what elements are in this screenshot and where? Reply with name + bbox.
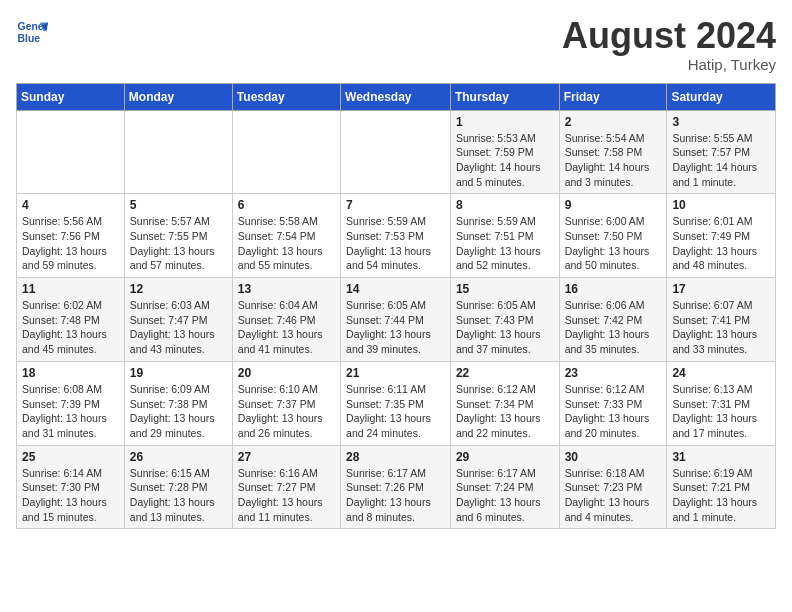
day-number: 15 — [456, 282, 554, 296]
day-header-tuesday: Tuesday — [232, 83, 340, 110]
day-info: Sunrise: 6:00 AM Sunset: 7:50 PM Dayligh… — [565, 214, 662, 273]
day-info: Sunrise: 6:14 AM Sunset: 7:30 PM Dayligh… — [22, 466, 119, 525]
week-row-5: 25Sunrise: 6:14 AM Sunset: 7:30 PM Dayli… — [17, 445, 776, 529]
day-info: Sunrise: 5:53 AM Sunset: 7:59 PM Dayligh… — [456, 131, 554, 190]
week-row-1: 1Sunrise: 5:53 AM Sunset: 7:59 PM Daylig… — [17, 110, 776, 194]
calendar-cell — [341, 110, 451, 194]
calendar-cell: 11Sunrise: 6:02 AM Sunset: 7:48 PM Dayli… — [17, 278, 125, 362]
day-number: 26 — [130, 450, 227, 464]
calendar-cell: 25Sunrise: 6:14 AM Sunset: 7:30 PM Dayli… — [17, 445, 125, 529]
day-number: 29 — [456, 450, 554, 464]
calendar-cell: 29Sunrise: 6:17 AM Sunset: 7:24 PM Dayli… — [450, 445, 559, 529]
day-number: 21 — [346, 366, 445, 380]
day-number: 22 — [456, 366, 554, 380]
calendar-cell: 28Sunrise: 6:17 AM Sunset: 7:26 PM Dayli… — [341, 445, 451, 529]
day-number: 9 — [565, 198, 662, 212]
day-number: 1 — [456, 115, 554, 129]
header-row: SundayMondayTuesdayWednesdayThursdayFrid… — [17, 83, 776, 110]
day-info: Sunrise: 5:57 AM Sunset: 7:55 PM Dayligh… — [130, 214, 227, 273]
calendar-cell: 7Sunrise: 5:59 AM Sunset: 7:53 PM Daylig… — [341, 194, 451, 278]
calendar-cell: 5Sunrise: 5:57 AM Sunset: 7:55 PM Daylig… — [124, 194, 232, 278]
calendar-cell: 12Sunrise: 6:03 AM Sunset: 7:47 PM Dayli… — [124, 278, 232, 362]
svg-text:Blue: Blue — [18, 33, 41, 44]
calendar-cell: 30Sunrise: 6:18 AM Sunset: 7:23 PM Dayli… — [559, 445, 667, 529]
week-row-3: 11Sunrise: 6:02 AM Sunset: 7:48 PM Dayli… — [17, 278, 776, 362]
day-number: 27 — [238, 450, 335, 464]
day-header-thursday: Thursday — [450, 83, 559, 110]
day-info: Sunrise: 6:13 AM Sunset: 7:31 PM Dayligh… — [672, 382, 770, 441]
calendar-cell: 26Sunrise: 6:15 AM Sunset: 7:28 PM Dayli… — [124, 445, 232, 529]
day-info: Sunrise: 6:05 AM Sunset: 7:43 PM Dayligh… — [456, 298, 554, 357]
day-info: Sunrise: 6:05 AM Sunset: 7:44 PM Dayligh… — [346, 298, 445, 357]
calendar-cell: 15Sunrise: 6:05 AM Sunset: 7:43 PM Dayli… — [450, 278, 559, 362]
day-number: 20 — [238, 366, 335, 380]
day-number: 4 — [22, 198, 119, 212]
calendar-cell: 3Sunrise: 5:55 AM Sunset: 7:57 PM Daylig… — [667, 110, 776, 194]
day-number: 14 — [346, 282, 445, 296]
day-info: Sunrise: 6:08 AM Sunset: 7:39 PM Dayligh… — [22, 382, 119, 441]
day-number: 5 — [130, 198, 227, 212]
logo: General Blue — [16, 16, 48, 48]
day-number: 25 — [22, 450, 119, 464]
calendar-cell: 13Sunrise: 6:04 AM Sunset: 7:46 PM Dayli… — [232, 278, 340, 362]
day-number: 11 — [22, 282, 119, 296]
calendar-cell: 4Sunrise: 5:56 AM Sunset: 7:56 PM Daylig… — [17, 194, 125, 278]
calendar-cell: 17Sunrise: 6:07 AM Sunset: 7:41 PM Dayli… — [667, 278, 776, 362]
month-title: August 2024 — [562, 16, 776, 56]
day-info: Sunrise: 6:11 AM Sunset: 7:35 PM Dayligh… — [346, 382, 445, 441]
calendar-cell: 19Sunrise: 6:09 AM Sunset: 7:38 PM Dayli… — [124, 361, 232, 445]
calendar-cell: 8Sunrise: 5:59 AM Sunset: 7:51 PM Daylig… — [450, 194, 559, 278]
day-number: 28 — [346, 450, 445, 464]
day-info: Sunrise: 6:17 AM Sunset: 7:26 PM Dayligh… — [346, 466, 445, 525]
day-info: Sunrise: 6:18 AM Sunset: 7:23 PM Dayligh… — [565, 466, 662, 525]
day-info: Sunrise: 6:06 AM Sunset: 7:42 PM Dayligh… — [565, 298, 662, 357]
calendar-cell: 2Sunrise: 5:54 AM Sunset: 7:58 PM Daylig… — [559, 110, 667, 194]
calendar-table: SundayMondayTuesdayWednesdayThursdayFrid… — [16, 83, 776, 530]
logo-icon: General Blue — [16, 16, 48, 48]
day-info: Sunrise: 6:01 AM Sunset: 7:49 PM Dayligh… — [672, 214, 770, 273]
calendar-cell: 9Sunrise: 6:00 AM Sunset: 7:50 PM Daylig… — [559, 194, 667, 278]
day-info: Sunrise: 6:16 AM Sunset: 7:27 PM Dayligh… — [238, 466, 335, 525]
day-number: 19 — [130, 366, 227, 380]
day-info: Sunrise: 5:55 AM Sunset: 7:57 PM Dayligh… — [672, 131, 770, 190]
day-info: Sunrise: 6:15 AM Sunset: 7:28 PM Dayligh… — [130, 466, 227, 525]
calendar-cell — [232, 110, 340, 194]
day-info: Sunrise: 6:12 AM Sunset: 7:34 PM Dayligh… — [456, 382, 554, 441]
calendar-cell: 18Sunrise: 6:08 AM Sunset: 7:39 PM Dayli… — [17, 361, 125, 445]
day-info: Sunrise: 6:19 AM Sunset: 7:21 PM Dayligh… — [672, 466, 770, 525]
day-info: Sunrise: 6:09 AM Sunset: 7:38 PM Dayligh… — [130, 382, 227, 441]
week-row-4: 18Sunrise: 6:08 AM Sunset: 7:39 PM Dayli… — [17, 361, 776, 445]
day-info: Sunrise: 6:03 AM Sunset: 7:47 PM Dayligh… — [130, 298, 227, 357]
day-number: 3 — [672, 115, 770, 129]
day-number: 16 — [565, 282, 662, 296]
day-header-friday: Friday — [559, 83, 667, 110]
day-info: Sunrise: 6:04 AM Sunset: 7:46 PM Dayligh… — [238, 298, 335, 357]
calendar-cell: 10Sunrise: 6:01 AM Sunset: 7:49 PM Dayli… — [667, 194, 776, 278]
calendar-cell: 21Sunrise: 6:11 AM Sunset: 7:35 PM Dayli… — [341, 361, 451, 445]
day-info: Sunrise: 5:59 AM Sunset: 7:53 PM Dayligh… — [346, 214, 445, 273]
calendar-cell — [124, 110, 232, 194]
day-number: 24 — [672, 366, 770, 380]
page-header: General Blue August 2024 Hatip, Turkey — [16, 16, 776, 73]
title-block: August 2024 Hatip, Turkey — [562, 16, 776, 73]
day-number: 23 — [565, 366, 662, 380]
day-info: Sunrise: 5:54 AM Sunset: 7:58 PM Dayligh… — [565, 131, 662, 190]
day-number: 30 — [565, 450, 662, 464]
day-info: Sunrise: 6:12 AM Sunset: 7:33 PM Dayligh… — [565, 382, 662, 441]
calendar-cell: 24Sunrise: 6:13 AM Sunset: 7:31 PM Dayli… — [667, 361, 776, 445]
calendar-cell: 31Sunrise: 6:19 AM Sunset: 7:21 PM Dayli… — [667, 445, 776, 529]
calendar-cell: 16Sunrise: 6:06 AM Sunset: 7:42 PM Dayli… — [559, 278, 667, 362]
calendar-cell: 14Sunrise: 6:05 AM Sunset: 7:44 PM Dayli… — [341, 278, 451, 362]
day-number: 8 — [456, 198, 554, 212]
day-number: 6 — [238, 198, 335, 212]
day-number: 10 — [672, 198, 770, 212]
day-number: 13 — [238, 282, 335, 296]
day-header-sunday: Sunday — [17, 83, 125, 110]
day-info: Sunrise: 5:58 AM Sunset: 7:54 PM Dayligh… — [238, 214, 335, 273]
day-header-saturday: Saturday — [667, 83, 776, 110]
day-info: Sunrise: 5:56 AM Sunset: 7:56 PM Dayligh… — [22, 214, 119, 273]
day-number: 7 — [346, 198, 445, 212]
day-header-wednesday: Wednesday — [341, 83, 451, 110]
calendar-cell: 6Sunrise: 5:58 AM Sunset: 7:54 PM Daylig… — [232, 194, 340, 278]
calendar-cell — [17, 110, 125, 194]
